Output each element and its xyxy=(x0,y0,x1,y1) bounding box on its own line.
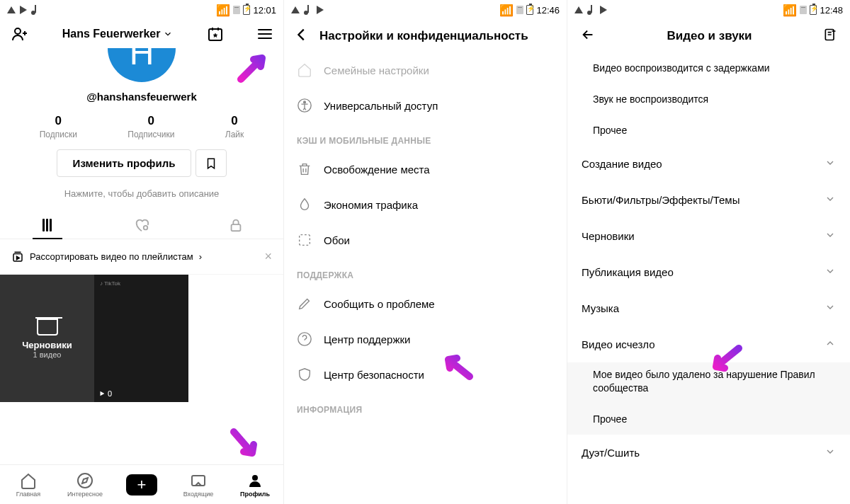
back-button[interactable] xyxy=(580,27,596,45)
item-create-video[interactable]: Создание видео xyxy=(567,146,850,182)
grid-icon xyxy=(42,219,52,231)
clock: 12:48 xyxy=(820,5,843,16)
svg-point-2 xyxy=(144,226,148,230)
account-switcher[interactable]: Hans Feuerwerker xyxy=(62,28,174,40)
section-support: ПОДДЕРЖКА xyxy=(284,258,567,286)
item-duet[interactable]: Дуэт/Сшить xyxy=(567,435,850,471)
profile-tabs xyxy=(0,212,283,239)
pencil-icon xyxy=(297,296,312,311)
settings-header: Настройки и конфиденциальность xyxy=(284,20,567,52)
item-music[interactable]: Музыка xyxy=(567,290,850,326)
chevron-down-icon xyxy=(824,193,836,205)
clock: 12:01 xyxy=(253,5,276,16)
nav-discover[interactable]: Интересное xyxy=(57,465,113,504)
bookmark-button[interactable] xyxy=(196,149,227,177)
annotation-arrow xyxy=(225,423,265,463)
item-drafts[interactable]: Черновики xyxy=(567,218,850,254)
lock-icon xyxy=(228,217,244,233)
item-accessibility[interactable]: Универсальный доступ xyxy=(284,88,567,123)
accessibility-icon xyxy=(297,98,312,113)
item-safety[interactable]: Центр безопасности xyxy=(284,357,567,392)
video-thumb-label: ♪ TikTok xyxy=(100,280,120,287)
nav-home[interactable]: Главная xyxy=(0,465,57,504)
item-help[interactable]: Центр поддержки xyxy=(284,321,567,357)
edit-profile-button[interactable]: Изменить профиль xyxy=(57,149,192,177)
warning-icon xyxy=(574,6,583,13)
compose-button[interactable] xyxy=(823,28,837,45)
tab-private[interactable] xyxy=(189,212,283,239)
video-grid: Черновики 1 видео ♪ TikTok 0 xyxy=(0,275,283,402)
item-beauty[interactable]: Бьюти/Фильтры/Эффекты/Темы xyxy=(567,182,850,218)
chevron-up-icon xyxy=(824,338,836,349)
tab-liked[interactable] xyxy=(94,212,188,239)
drafts-icon xyxy=(37,319,58,336)
profile-header: Hans Feuerwerker xyxy=(0,20,283,48)
chevron-down-icon xyxy=(824,229,836,241)
add-friend-icon[interactable] xyxy=(11,25,28,42)
close-icon[interactable]: × xyxy=(264,249,272,264)
chevron-down-icon xyxy=(824,302,836,313)
sim-icon xyxy=(233,6,240,14)
battery-icon xyxy=(810,5,817,15)
drafts-sub: 1 видео xyxy=(33,350,62,359)
stats-row: 0Подписки 0Подписчики 0Лайк xyxy=(14,114,269,139)
video-sounds-screen: 📶12:48 Видео и звуки Видео воспроизводит… xyxy=(567,0,850,504)
sub-other[interactable]: Прочее xyxy=(567,115,850,146)
sim-icon xyxy=(800,6,807,14)
bio-hint[interactable]: Нажмите, чтобы добавить описание xyxy=(0,188,283,199)
sub-no-sound[interactable]: Звук не воспроизводится xyxy=(567,84,850,115)
annotation-arrow xyxy=(706,338,746,378)
stat-likes[interactable]: 0Лайк xyxy=(225,114,244,139)
status-bar: 📶 12:01 xyxy=(0,0,283,20)
status-bar: 📶12:46 xyxy=(284,0,567,20)
svg-rect-10 xyxy=(300,235,310,246)
stat-followers[interactable]: 0Подписчики xyxy=(128,114,174,139)
avatar[interactable]: H xyxy=(108,48,176,82)
chevron-right-icon: › xyxy=(199,251,202,262)
droplet-icon xyxy=(297,197,312,212)
playlist-hint-label: Рассортировать видео по плейлистам xyxy=(30,251,193,262)
svg-rect-3 xyxy=(232,224,241,231)
avatar-letter: H xyxy=(130,48,154,67)
drafts-cell[interactable]: Черновики 1 видео xyxy=(0,275,94,402)
playlist-icon xyxy=(11,251,24,263)
back-button[interactable] xyxy=(294,27,310,45)
svg-rect-6 xyxy=(192,476,205,486)
svg-point-7 xyxy=(252,475,258,481)
video-cell[interactable]: ♪ TikTok 0 xyxy=(94,275,188,402)
item-data-saver[interactable]: Экономия трафика xyxy=(284,187,567,222)
home-icon xyxy=(20,472,37,489)
play-store-icon xyxy=(600,6,607,14)
svg-point-0 xyxy=(15,28,21,34)
nav-create[interactable]: + xyxy=(113,465,170,504)
music-note-icon xyxy=(31,5,40,15)
sub-lagging[interactable]: Видео воспроизводится с задержками xyxy=(567,52,850,84)
svg-point-5 xyxy=(78,474,92,488)
item-report[interactable]: Сообщить о проблеме xyxy=(284,286,567,321)
profile-screen: 📶 12:01 Hans Feuerwerker H @hanshansfeue… xyxy=(0,0,283,504)
stat-following[interactable]: 0Подписки xyxy=(40,114,77,139)
sub-other-2[interactable]: Прочее xyxy=(567,403,850,435)
playlist-hint-row[interactable]: Рассортировать видео по плейлистам › × xyxy=(0,239,283,275)
nav-inbox[interactable]: Входящие xyxy=(170,465,227,504)
item-wallpaper[interactable]: Обои xyxy=(284,222,567,258)
battery-icon xyxy=(526,5,533,15)
sim-icon xyxy=(516,6,523,14)
menu-icon[interactable] xyxy=(258,29,272,39)
item-publish[interactable]: Публикация видео xyxy=(567,254,850,290)
status-bar: 📶12:48 xyxy=(567,0,850,20)
item-family[interactable]: Семейные настройки xyxy=(284,52,567,88)
video-play-count: 0 xyxy=(98,389,112,398)
settings-screen: 📶12:46 Настройки и конфиденциальность Се… xyxy=(283,0,567,504)
wifi-icon: 📶 xyxy=(216,4,230,17)
play-store-icon xyxy=(20,6,27,14)
nav-profile[interactable]: Профиль xyxy=(227,465,283,504)
warning-icon xyxy=(7,6,16,13)
tab-posts[interactable] xyxy=(0,212,94,239)
person-icon xyxy=(246,472,264,489)
item-clear-cache[interactable]: Освобождение места xyxy=(284,151,567,187)
chevron-down-icon xyxy=(163,29,173,39)
music-note-icon xyxy=(304,5,312,15)
calendar-icon[interactable] xyxy=(207,25,224,42)
drafts-title: Черновики xyxy=(22,340,72,350)
